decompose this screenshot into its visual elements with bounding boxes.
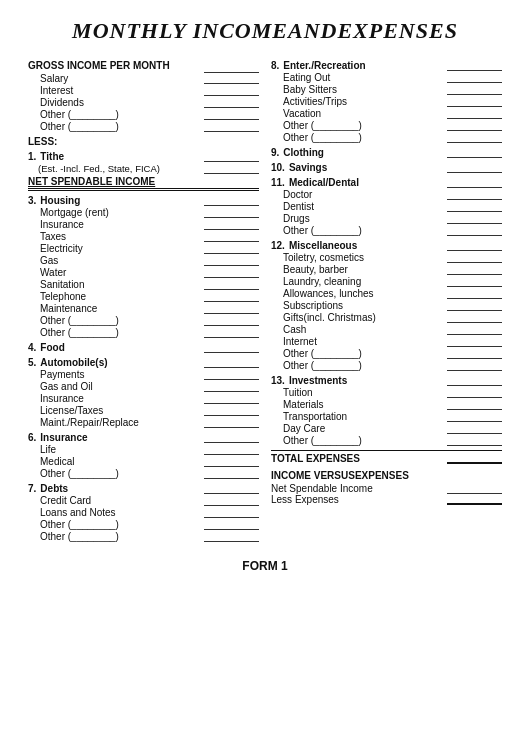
list-item: Medical xyxy=(28,456,259,467)
list-item: Vacation xyxy=(271,108,502,119)
list-item: Other (________) xyxy=(28,315,259,326)
right-column: 8.Enter./Recreation Eating Out Baby Sitt… xyxy=(271,56,502,543)
list-item: Subscriptions xyxy=(271,300,502,311)
list-item: Taxes xyxy=(28,231,259,242)
list-item: Sanitation xyxy=(28,279,259,290)
gross-income-blank xyxy=(204,63,259,73)
list-item: Other (________) xyxy=(28,121,259,132)
form-footer: FORM 1 xyxy=(28,559,502,573)
tithe-section: 1.Tithe (Est. -Incl. Fed., State, FICA) xyxy=(28,151,259,174)
list-item: Cash xyxy=(271,324,502,335)
clothing-section: 9.Clothing xyxy=(271,147,502,158)
list-item: Internet xyxy=(271,336,502,347)
list-item: Laundry, cleaning xyxy=(271,276,502,287)
list-item: Other (________) xyxy=(271,120,502,131)
list-item: Day Care xyxy=(271,423,502,434)
list-item: (Est. -Incl. Fed., State, FICA) xyxy=(28,163,259,174)
net-spendable-income: NET SPENDABLE INCOME xyxy=(28,176,259,191)
list-item: Other (________) xyxy=(271,360,502,371)
list-item: License/Taxes xyxy=(28,405,259,416)
list-item: Activities/Trips xyxy=(271,96,502,107)
list-item: Loans and Notes xyxy=(28,507,259,518)
list-item: Other (________) xyxy=(271,225,502,236)
medical-section: 11.Medical/Dental Doctor Dentist Drugs O… xyxy=(271,177,502,236)
gross-income-title: GROSS INCOME PER MONTH xyxy=(28,60,170,71)
list-item: Doctor xyxy=(271,189,502,200)
list-item: Tuition xyxy=(271,387,502,398)
investments-section: 13.Investments Tuition Materials Transpo… xyxy=(271,375,502,446)
less-label: LESS: xyxy=(28,136,259,147)
left-column: GROSS INCOME PER MONTH Salary Interest D… xyxy=(28,56,259,543)
automobile-section: 5.Automobile(s) Payments Gas and Oil Ins… xyxy=(28,357,259,428)
list-item: Interest xyxy=(28,85,259,96)
list-item: Insurance xyxy=(28,393,259,404)
insurance-section: 6.Insurance Life Medical Other (________… xyxy=(28,432,259,479)
list-item: Telephone xyxy=(28,291,259,302)
list-item: Materials xyxy=(271,399,502,410)
entertainment-section: 8.Enter./Recreation Eating Out Baby Sitt… xyxy=(271,60,502,143)
list-item: Other (________) xyxy=(28,327,259,338)
list-item: Maint./Repair/Replace xyxy=(28,417,259,428)
list-item: Insurance xyxy=(28,219,259,230)
list-item: Salary xyxy=(28,73,259,84)
list-item: Other (________) xyxy=(271,348,502,359)
income-versus-label: INCOME VERSUSEXPENSES xyxy=(271,470,502,481)
list-item: Mortgage (rent) xyxy=(28,207,259,218)
list-item: Water xyxy=(28,267,259,278)
list-item: Other (________) xyxy=(28,531,259,542)
gross-income-section: GROSS INCOME PER MONTH Salary Interest D… xyxy=(28,60,259,132)
list-item: Credit Card xyxy=(28,495,259,506)
net-spendable-row: Net Spendable Income xyxy=(271,483,502,494)
less-expenses-row: Less Expenses xyxy=(271,494,502,505)
list-item: Other (________) xyxy=(28,468,259,479)
list-item: Gas and Oil xyxy=(28,381,259,392)
page-title: MONTHLY INCOMEANDEXPENSES xyxy=(28,18,502,44)
food-section: 4.Food xyxy=(28,342,259,353)
list-item: Electricity xyxy=(28,243,259,254)
list-item: Eating Out xyxy=(271,72,502,83)
list-item: Transportation xyxy=(271,411,502,422)
miscellaneous-section: 12.Miscellaneous Toiletry, cosmetics Bea… xyxy=(271,240,502,371)
total-expenses: TOTAL EXPENSES xyxy=(271,450,502,464)
housing-section: 3.Housing Mortgage (rent) Insurance Taxe… xyxy=(28,195,259,338)
list-item: Maintenance xyxy=(28,303,259,314)
list-item: Toiletry, cosmetics xyxy=(271,252,502,263)
list-item: Beauty, barber xyxy=(271,264,502,275)
list-item: Payments xyxy=(28,369,259,380)
list-item: Drugs xyxy=(271,213,502,224)
list-item: Other (________) xyxy=(28,109,259,120)
list-item: Dentist xyxy=(271,201,502,212)
list-item: Allowances, lunches xyxy=(271,288,502,299)
savings-section: 10.Savings xyxy=(271,162,502,173)
list-item: Gas xyxy=(28,255,259,266)
list-item: Other (________) xyxy=(28,519,259,530)
list-item: Other (________) xyxy=(271,132,502,143)
list-item: Gifts(incl. Christmas) xyxy=(271,312,502,323)
list-item: Life xyxy=(28,444,259,455)
list-item: Other (________) xyxy=(271,435,502,446)
list-item: Dividends xyxy=(28,97,259,108)
debts-section: 7.Debts Credit Card Loans and Notes Othe… xyxy=(28,483,259,542)
list-item: Baby Sitters xyxy=(271,84,502,95)
